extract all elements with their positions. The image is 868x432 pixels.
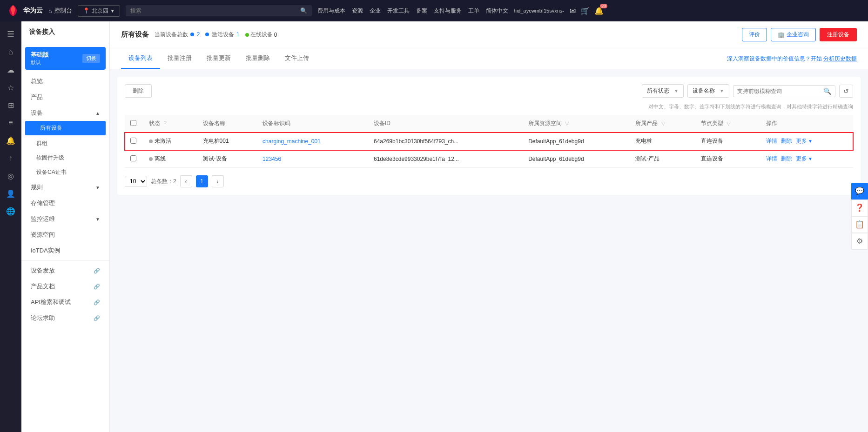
float-settings-btn[interactable]: ⚙ xyxy=(851,233,868,250)
rail-list-icon[interactable]: ≡ xyxy=(2,114,19,131)
search-bar[interactable]: 🔍 xyxy=(126,5,312,16)
device-search-input[interactable] xyxy=(737,88,821,94)
nav-item-resource[interactable]: 资源 xyxy=(352,7,363,15)
table-toolbar: 删除 所有状态 ▼ 设备名称 ▼ 🔍 ↺ xyxy=(125,84,853,98)
sidebar-item-all-devices[interactable]: 所有设备 xyxy=(25,121,106,135)
bell-icon-wrap[interactable]: 🔔 20 xyxy=(594,7,604,15)
rail-bell-icon[interactable]: 🔔 xyxy=(2,132,19,149)
rail-upload-icon[interactable]: ↑ xyxy=(2,150,19,166)
select-all-checkbox[interactable] xyxy=(130,120,136,126)
tab-device-list[interactable]: 设备列表 xyxy=(121,48,160,69)
rail-layers-icon[interactable]: ⊞ xyxy=(2,97,19,113)
tab-hint[interactable]: 深入洞察设备数据中的价值信息？开始 分析历史数据 xyxy=(727,49,857,68)
node-filter-icon[interactable]: ▽ xyxy=(727,120,730,126)
external-link-icon-1: 🔗 xyxy=(94,268,100,274)
evaluate-button[interactable]: 评价 xyxy=(742,28,767,41)
monitor-collapse-icon: ▼ xyxy=(95,217,100,222)
nav-item-ticket[interactable]: 工单 xyxy=(468,7,479,15)
row2-identifier[interactable]: 123456 xyxy=(257,150,368,168)
nav-item-cost[interactable]: 费用与成本 xyxy=(317,7,345,15)
home-label: 控制台 xyxy=(54,7,72,15)
sidebar-item-rules[interactable]: 规则 ▼ xyxy=(21,179,109,195)
devices-table: 状态 ? 设备名称 设备标识码 设备ID 所属资源空 xyxy=(125,115,853,168)
rail-target-icon[interactable]: ◎ xyxy=(2,167,19,184)
table-section: 删除 所有状态 ▼ 设备名称 ▼ 🔍 ↺ xyxy=(117,77,861,195)
nav-item-devtools[interactable]: 开发工具 xyxy=(387,7,410,15)
search-submit-icon[interactable]: 🔍 xyxy=(823,87,831,95)
sidebar-item-device-provision[interactable]: 设备发放 🔗 xyxy=(21,263,109,279)
prev-page-btn[interactable]: ‹ xyxy=(180,175,192,187)
page-1-btn[interactable]: 1 xyxy=(196,175,208,187)
sidebar-item-product-doc[interactable]: 产品文档 🔗 xyxy=(21,279,109,294)
float-clipboard-btn[interactable]: 📋 xyxy=(851,216,868,233)
tab-batch-update[interactable]: 批量更新 xyxy=(199,48,238,69)
sidebar-item-products[interactable]: 产品 xyxy=(21,89,109,105)
row1-product: 充电桩 xyxy=(630,133,695,150)
name-filter[interactable]: 设备名称 ▼ xyxy=(687,84,729,98)
sidebar-item-firmware[interactable]: 软固件升级 xyxy=(21,151,109,165)
delete-button[interactable]: 删除 xyxy=(125,84,152,98)
sidebar-item-devices[interactable]: 设备 ▲ xyxy=(21,105,109,121)
location-selector[interactable]: 📍 北京四 ▼ xyxy=(78,5,120,17)
message-icon[interactable]: ✉ xyxy=(570,7,576,15)
search-input-wrap[interactable]: 🔍 xyxy=(733,85,835,97)
notification-badge: 20 xyxy=(600,4,607,8)
status-help-icon[interactable]: ? xyxy=(163,120,167,126)
logo[interactable]: 华为云 xyxy=(6,3,43,18)
row1-identifier[interactable]: charging_machine_001 xyxy=(257,133,368,150)
col-resource-space: 所属资源空间 ▽ xyxy=(523,115,630,133)
sidebar-item-resource-space[interactable]: 资源空间 xyxy=(21,227,109,243)
online-dot xyxy=(245,33,249,37)
nav-item-lang[interactable]: 简体中文 xyxy=(486,7,508,15)
nav-item-support[interactable]: 支持与服务 xyxy=(434,7,462,15)
home-link[interactable]: ⌂ 控制台 xyxy=(48,7,72,15)
nav-user-id[interactable]: hid_aycwmbf15svxns- xyxy=(514,8,564,13)
rail-cloud-icon[interactable]: ☁ xyxy=(2,61,19,78)
float-chat-btn[interactable]: 💬 xyxy=(851,183,868,199)
refresh-button[interactable]: ↺ xyxy=(839,85,853,98)
nav-item-filing[interactable]: 备案 xyxy=(416,7,427,15)
row1-more-btn[interactable]: 更多 ▼ xyxy=(796,137,813,145)
sidebar-item-iotda[interactable]: IoTDA实例 xyxy=(21,243,109,259)
sidebar-item-forum[interactable]: 论坛求助 🔗 xyxy=(21,310,109,326)
page-size-select[interactable]: 10 xyxy=(125,176,147,187)
rail-star-icon[interactable]: ☆ xyxy=(2,79,19,96)
sidebar-item-api-debug[interactable]: API检索和调试 🔗 xyxy=(21,294,109,310)
status-filter[interactable]: 所有状态 ▼ xyxy=(642,84,684,98)
rail-menu-icon[interactable]: ☰ xyxy=(2,26,19,43)
search-input[interactable] xyxy=(130,7,297,14)
row1-checkbox[interactable] xyxy=(130,138,136,144)
row1-delete-btn[interactable]: 删除 xyxy=(781,137,792,145)
resource-filter-icon[interactable]: ▽ xyxy=(565,120,569,126)
row2-detail-btn[interactable]: 详情 xyxy=(766,155,777,163)
row2-more-btn[interactable]: 更多 ▼ xyxy=(796,155,813,163)
product-filter-icon[interactable]: ▽ xyxy=(661,120,665,126)
sidebar-item-groups[interactable]: 群组 xyxy=(21,136,109,151)
row1-status: 未激活 xyxy=(143,133,197,150)
sidebar-item-overview[interactable]: 总览 xyxy=(21,73,109,89)
rail-home-icon[interactable]: ⌂ xyxy=(2,44,19,60)
row2-checkbox[interactable] xyxy=(130,155,136,161)
tab-file-upload[interactable]: 文件上传 xyxy=(277,48,316,69)
next-page-btn[interactable]: › xyxy=(212,175,224,187)
tab-batch-delete[interactable]: 批量删除 xyxy=(238,48,277,69)
col-product: 所属产品 ▽ xyxy=(630,115,695,133)
tab-batch-register[interactable]: 批量注册 xyxy=(160,48,199,69)
cart-icon[interactable]: 🛒 xyxy=(580,7,590,15)
nav-item-enterprise[interactable]: 企业 xyxy=(370,7,381,15)
row2-delete-btn[interactable]: 删除 xyxy=(781,155,792,163)
rail-globe-icon[interactable]: 🌐 xyxy=(2,203,19,219)
consult-button[interactable]: 🏢 企业咨询 xyxy=(771,28,816,41)
main-content: 所有设备 当前设备总数 2 激活设备 1 在线设备 0 评价 🏢 企业咨询 xyxy=(110,21,868,432)
sidebar-item-monitor[interactable]: 监控运维 ▼ xyxy=(21,211,109,227)
table-row: 未激活 充电桩001 charging_machine_001 64a269b1… xyxy=(125,133,853,150)
sidebar-item-ca-cert[interactable]: 设备CA证书 xyxy=(21,165,109,179)
edition-switch-btn[interactable]: 切换 xyxy=(82,54,100,63)
register-device-button[interactable]: 注册设备 xyxy=(820,28,857,41)
col-identifier: 设备标识码 xyxy=(257,115,368,133)
sidebar-item-storage[interactable]: 存储管理 xyxy=(21,195,109,211)
rail-user-icon[interactable]: 👤 xyxy=(2,185,19,202)
row1-detail-btn[interactable]: 详情 xyxy=(766,137,777,145)
total-stat: 当前设备总数 2 xyxy=(155,31,200,39)
float-help-btn[interactable]: ❓ xyxy=(851,199,868,216)
